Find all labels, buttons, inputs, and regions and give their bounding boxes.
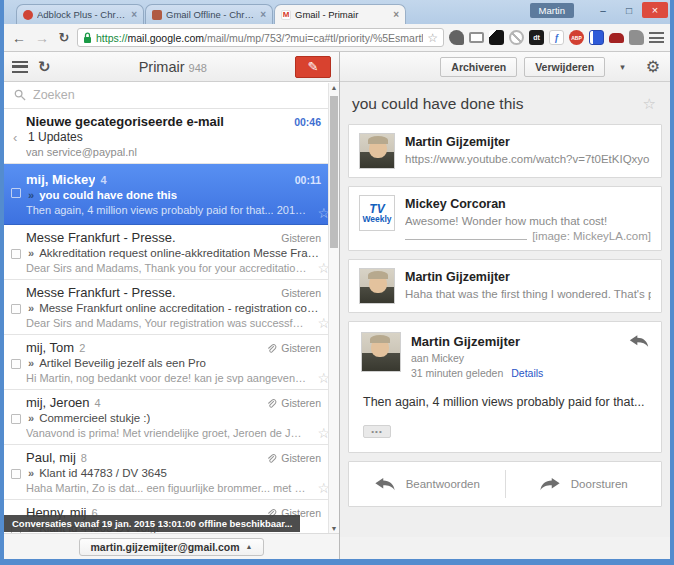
sender-name: Martin Gijzemijter	[405, 270, 651, 284]
close-button[interactable]: ×	[642, 2, 668, 18]
url-path: /mail/mu/mp/753/?mui=ca#tl/priority/%5Es…	[204, 32, 423, 44]
chrome-user-chip[interactable]: Martin	[530, 3, 574, 18]
compose-button[interactable]: ✎	[295, 56, 331, 78]
reply-label: Beantwoorden	[406, 478, 480, 490]
show-trimmed-content-button[interactable]: •••	[363, 425, 391, 438]
thread-row[interactable]: mij, Mickey400:11»you could have done th…	[4, 164, 339, 225]
thread-line2: »Klant id 44783 / DV 3645	[28, 466, 321, 481]
disabled-circle-extension-icon[interactable]	[509, 30, 524, 45]
thread-preview: Haha Martin, Zo is dat... een figuurlijk…	[26, 481, 321, 495]
chevron-left-icon[interactable]: ‹	[13, 130, 17, 145]
thread-list-pane: ↻ Primair948 ✎ Nieuwe gecategoriseerde e…	[4, 52, 340, 559]
attachment-paperclip-icon	[265, 453, 278, 464]
reply-arrow-icon	[374, 477, 396, 491]
forward-icon[interactable]: →	[33, 30, 51, 46]
conversation-toolbar: Archiveren Verwijderen ▾ ⚙	[340, 52, 670, 82]
offline-toast: Conversaties vanaf 19 jan. 2015 13:01:00…	[4, 515, 300, 532]
list-scrollbar[interactable]: ▲ ▼	[328, 83, 339, 533]
inbox-title: Primair948	[61, 59, 285, 75]
thread-preview: Dear Sirs and Madams, Your registration …	[26, 316, 321, 330]
browser-tab[interactable]: Gmail Offline - Chrome W×	[145, 4, 273, 24]
scroll-up-icon[interactable]: ▲	[329, 84, 339, 91]
avatar	[359, 268, 395, 304]
adblock-plus-extension-icon[interactable]: ABP	[569, 30, 584, 45]
thread-checkbox[interactable]	[11, 469, 21, 479]
url-text[interactable]: https://mail.google.com/mail/mu/mp/753/?…	[96, 32, 423, 44]
thread-checkbox[interactable]	[11, 188, 21, 198]
account-switcher-button[interactable]: martin.gijzemijter@gmail.com ▲	[79, 538, 263, 556]
thread-sender: mij, Jeroen	[26, 395, 90, 411]
reply-forward-bar: Beantwoorden Doorsturen	[348, 461, 662, 507]
details-link[interactable]: Details	[511, 367, 543, 379]
tab-close-icon[interactable]: ×	[131, 9, 137, 20]
more-actions-dropdown-icon[interactable]: ▾	[612, 59, 633, 75]
thread-checkbox[interactable]	[11, 304, 21, 314]
message-info: Mickey CorcoranAwesome! Wonder how much …	[405, 195, 651, 242]
omnibox[interactable]: https://mail.google.com/mail/mu/mp/753/?…	[77, 28, 444, 47]
collapsed-message[interactable]: Martin Gijzemijterhttps://www.youtube.co…	[348, 124, 662, 178]
thread-sender: Paul, mij	[26, 450, 76, 466]
screen-extension-icon[interactable]	[469, 32, 484, 43]
archive-button[interactable]: Archiveren	[440, 57, 517, 77]
back-icon[interactable]: ←	[10, 30, 28, 46]
reply-icon[interactable]	[629, 334, 649, 348]
thread-subject: Messe Frankfurt online accreditation - r…	[39, 301, 321, 316]
gmail-menu-icon[interactable]	[12, 61, 28, 73]
conversation-star-icon[interactable]: ☆	[643, 95, 656, 113]
thread-checkbox[interactable]	[11, 249, 21, 259]
search-input[interactable]	[33, 88, 329, 102]
forward-button[interactable]: Doorsturen	[506, 462, 662, 506]
tab-close-icon[interactable]: ×	[260, 9, 266, 20]
evernote-extension-icon[interactable]	[629, 30, 644, 45]
thread-row[interactable]: Paul, mij8Gisteren»Klant id 44783 / DV 3…	[4, 445, 339, 500]
thread-group-row[interactable]: Nieuwe gecategoriseerde e-mail00:46‹1 Up…	[4, 109, 339, 164]
delete-button[interactable]: Verwijderen	[524, 57, 605, 77]
avatar: TVWeekly	[359, 195, 395, 231]
chrome-menu-icon[interactable]	[649, 32, 664, 43]
thread-line1: Paul, mij8Gisteren	[26, 450, 321, 466]
tab-close-icon[interactable]: ×	[393, 9, 399, 20]
collapsed-message[interactable]: TVWeeklyMickey CorcoranAwesome! Wonder h…	[348, 186, 662, 251]
bookmark-star-icon[interactable]: ☆	[427, 31, 438, 45]
thread-line2: »Artikel Beveilig jezelf als een Pro	[28, 356, 321, 371]
thread-checkbox[interactable]	[11, 359, 21, 369]
collapsed-message[interactable]: Martin GijzemijterHaha that was the firs…	[348, 259, 662, 313]
maximize-button[interactable]: □	[616, 2, 642, 18]
importance-marker-icon: »	[28, 356, 34, 371]
url-host: mail.google.com	[128, 32, 204, 44]
importance-marker-icon: »	[28, 411, 34, 426]
scroll-down-icon[interactable]: ▼	[329, 525, 339, 532]
stars-extension-icon[interactable]: ƒ	[549, 30, 564, 45]
reply-button[interactable]: Beantwoorden	[349, 462, 505, 506]
car-extension-icon[interactable]	[609, 33, 624, 43]
news-extension-icon[interactable]	[589, 30, 604, 45]
importance-marker-icon: »	[28, 188, 34, 203]
browser-tab[interactable]: MGmail - Primair×	[274, 4, 406, 24]
message-row: TVWeeklyMickey CorcoranAwesome! Wonder h…	[349, 187, 661, 250]
gmail-refresh-icon[interactable]: ↻	[38, 58, 51, 76]
chat-bubble-extension-icon[interactable]	[449, 30, 464, 45]
thread-subject: Akkreditation request online-akkreditati…	[39, 246, 321, 261]
thread-row[interactable]: mij, Jeroen4Gisteren»Commercieel stukje …	[4, 390, 339, 445]
thread-row[interactable]: Messe Frankfurt - Presse.Gisteren»Akkred…	[4, 225, 339, 280]
scrollbar-thumb[interactable]	[330, 96, 338, 248]
reload-icon[interactable]: ↻	[56, 30, 72, 45]
expanded-message[interactable]: Martin Gijzemijter aan Mickey 31 minuten…	[348, 321, 662, 453]
settings-gear-icon[interactable]: ⚙	[646, 57, 660, 76]
list-header: ↻ Primair948 ✎	[4, 52, 339, 82]
account-bar: martin.gijzemijter@gmail.com ▲	[4, 533, 339, 559]
browser-tab[interactable]: Adblock Plus - Chrome W×	[16, 4, 144, 24]
message-info: Martin GijzemijterHaha that was the firs…	[405, 268, 651, 304]
currents-extension-icon[interactable]	[489, 30, 504, 45]
thread-preview: Hi Martin, nog bedankt voor deze! kan je…	[26, 371, 321, 385]
message-meta: 31 minuten geleden Details	[411, 367, 649, 379]
minimize-button[interactable]: –	[590, 2, 616, 18]
thread-checkbox[interactable]	[11, 414, 21, 424]
thread-row[interactable]: Messe Frankfurt - Presse.Gisteren»Messe …	[4, 280, 339, 335]
thread-subject: Klant id 44783 / DV 3645	[39, 466, 167, 481]
dt-extension-icon[interactable]: dt	[529, 30, 544, 45]
signature-rule	[405, 239, 527, 240]
thread-row[interactable]: mij, Tom2Gisteren»Artikel Beveilig jezel…	[4, 335, 339, 390]
search-bar[interactable]	[4, 82, 339, 109]
attachment-paperclip-icon	[265, 343, 278, 354]
